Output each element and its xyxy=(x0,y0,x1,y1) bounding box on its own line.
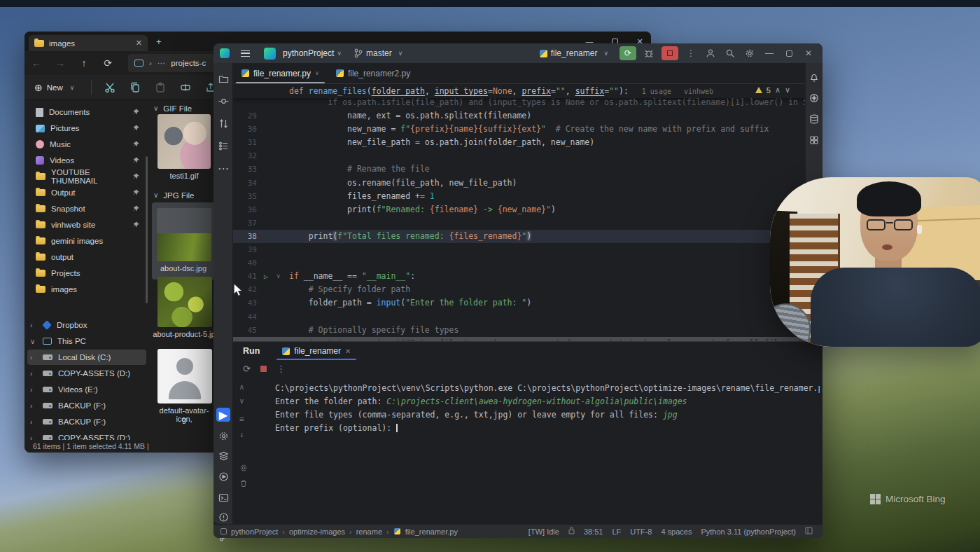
up-icon[interactable]: ↑ xyxy=(72,57,96,69)
status-widget[interactable]: UTF-8 xyxy=(630,527,652,536)
clear-console-icon[interactable] xyxy=(239,461,295,506)
chevron-icon[interactable]: › xyxy=(30,354,37,361)
search-icon[interactable] xyxy=(720,45,740,62)
sidebar-item-documents[interactable]: Documents xyxy=(27,104,146,120)
rename-icon[interactable] xyxy=(173,82,198,93)
console-line[interactable]: Enter prefix (optional): xyxy=(275,422,820,435)
tree-item-local-disk-c-[interactable]: ›Local Disk (C:) xyxy=(27,350,146,365)
commit-tool-icon[interactable] xyxy=(216,94,230,108)
sidebar-item-pictures[interactable]: Pictures xyxy=(27,120,146,136)
code-line-37[interactable]: 37 xyxy=(233,216,805,230)
status-crumb[interactable]: pythonProject xyxy=(231,527,278,536)
minimize-button[interactable]: — xyxy=(760,45,779,62)
prev-issue-icon[interactable]: ∧ xyxy=(775,85,780,95)
new-tab-button[interactable]: + xyxy=(156,36,162,47)
tree-item-videos-e-[interactable]: ›Videos (E:) xyxy=(27,382,146,397)
code-line-32[interactable]: 32 xyxy=(233,149,805,163)
tree-item-dropbox[interactable]: ›Dropbox xyxy=(27,317,146,333)
code-editor[interactable]: def rename_files(folder_path, input_type… xyxy=(233,84,805,341)
debug-icon[interactable] xyxy=(639,45,659,62)
file-thumbnail-people[interactable] xyxy=(158,114,211,169)
sidebar-item-snapshot[interactable]: Snapshot xyxy=(27,201,146,216)
tree-item-backup-f-[interactable]: ›BACKUP (F:) xyxy=(27,414,146,429)
run-panel-title[interactable]: Run xyxy=(243,346,260,356)
code-line-43[interactable]: 43 folder_path = input("Enter the folder… xyxy=(233,296,805,310)
fold-chevron-icon[interactable]: ∨ xyxy=(276,270,280,283)
run-config-widget[interactable]: file_renamer ∨ xyxy=(540,48,611,58)
status-widget[interactable]: 4 spaces xyxy=(661,527,692,536)
console-line[interactable]: C:\projects\pythonProject\venv\Scripts\p… xyxy=(275,382,820,395)
run-button[interactable]: ⟳ xyxy=(620,46,636,60)
python-console-icon[interactable] xyxy=(216,448,230,462)
problems-tool-icon[interactable] xyxy=(216,510,230,524)
tree-item-backup-f-[interactable]: ›BACKUP (F:) xyxy=(27,398,146,413)
down-stack-icon[interactable]: ∨ xyxy=(239,396,244,406)
tab-close-icon[interactable]: ✕ xyxy=(136,39,142,48)
settings-gear-icon[interactable] xyxy=(740,45,760,62)
run-gutter-icon[interactable]: ▷ xyxy=(264,270,268,283)
file-thumbnail-leaves-dark[interactable] xyxy=(157,208,211,261)
chevron-icon[interactable]: › xyxy=(30,322,37,329)
chevron-icon[interactable]: › xyxy=(30,370,37,378)
terminal-tool-icon[interactable] xyxy=(216,490,230,504)
up-stack-icon[interactable]: ∧ xyxy=(239,382,244,392)
pull-requests-tool-icon[interactable] xyxy=(216,116,230,130)
file-thumbnail-leaves-bright[interactable] xyxy=(158,277,212,327)
user-icon[interactable] xyxy=(701,45,720,62)
sidebar-item-youtube-thumbnail[interactable]: YOUTUBE THUMBNAIL xyxy=(27,169,146,184)
code-line-29[interactable]: 29 name, ext = os.path.splitext(filename… xyxy=(233,109,805,123)
git-branch-widget[interactable]: master ∨ xyxy=(354,48,405,58)
explorer-tab[interactable]: images ✕ xyxy=(29,35,148,51)
sidebar-item-output[interactable]: Output xyxy=(27,185,146,200)
services-tool-icon[interactable] xyxy=(216,469,230,483)
scroll-to-end-icon[interactable]: ↓ xyxy=(239,430,244,439)
tree-item-copy-assets-d-[interactable]: ›COPY-ASSETS (D:) xyxy=(27,366,146,381)
forward-icon[interactable]: → xyxy=(48,57,72,69)
sidebar-item-videos[interactable]: Videos xyxy=(27,153,146,168)
copy-icon[interactable] xyxy=(122,82,148,93)
code-line-41[interactable]: 41▷∨if __name__ == "__main__": xyxy=(233,270,805,283)
status-crumb[interactable]: optimize-images xyxy=(289,527,345,536)
inspection-widget[interactable]: 5 ∧ ∨ xyxy=(755,85,790,95)
status-widget[interactable]: 38:51 xyxy=(584,527,603,536)
code-line-38[interactable]: 38 print(f"Total files renamed: {files_r… xyxy=(233,230,805,243)
refresh-icon[interactable]: ⟳ xyxy=(96,57,120,69)
sidebar-item-music[interactable]: Music xyxy=(27,137,146,152)
database-tool-icon[interactable] xyxy=(807,112,821,126)
code-line-33[interactable]: 33 # Rename the file xyxy=(233,163,805,176)
notifications-bell-icon[interactable] xyxy=(807,70,821,84)
code-line-45[interactable]: 45 # Optionally specify file types xyxy=(233,324,805,337)
tree-item-this-pc[interactable]: ∨This PC xyxy=(27,333,146,349)
editor-tab-file_renamer.py[interactable]: file_renamer.py∨ xyxy=(233,63,328,83)
close-button[interactable]: ✕ xyxy=(799,45,818,62)
breadcrumb-ellipsis[interactable]: ⋯ xyxy=(158,58,166,68)
status-widget[interactable]: LF xyxy=(612,527,621,536)
stop-icon[interactable] xyxy=(260,366,267,372)
code-line-34[interactable]: 34 os.rename(file_path, new_file_path) xyxy=(233,177,805,190)
run-options-kebab-icon[interactable]: ⋮ xyxy=(276,364,286,374)
paste-icon[interactable] xyxy=(148,82,173,93)
code-line-35[interactable]: 35 files_renamed += 1 xyxy=(233,190,805,203)
chevron-icon[interactable]: ∨ xyxy=(30,338,37,345)
stop-button[interactable] xyxy=(662,46,678,60)
file-thumbnail-avatar[interactable] xyxy=(158,349,212,403)
status-crumb[interactable]: rename xyxy=(356,527,382,536)
group-header-jpg[interactable]: ∨JPG File xyxy=(153,191,194,200)
run-tool-icon[interactable]: ▶ xyxy=(216,408,230,422)
status-widget[interactable]: Python 3.11 (pythonProject) xyxy=(701,527,796,536)
chevron-icon[interactable]: › xyxy=(30,386,37,394)
run-tab[interactable]: file_renamer ✕ xyxy=(275,342,358,360)
group-header-gif[interactable]: ∨GIF File xyxy=(153,104,192,113)
chevron-icon[interactable]: › xyxy=(30,402,37,410)
sidebar-item-gemini-images[interactable]: gemini images xyxy=(27,233,146,249)
project-tool-icon[interactable] xyxy=(216,71,230,85)
code-line-30[interactable]: 30 new_name = f"{prefix}{name}{suffix}{e… xyxy=(233,123,805,136)
ai-assistant-icon[interactable] xyxy=(807,91,821,105)
sidebar-scrollbar[interactable] xyxy=(146,156,148,303)
structure-tool-icon[interactable] xyxy=(216,139,230,153)
console-line[interactable]: Enter the folder path: C:\projects-clien… xyxy=(275,395,820,408)
code-line-39[interactable]: 39 xyxy=(233,243,805,256)
console-line[interactable]: Enter file types (comma-separated, e.g.,… xyxy=(275,408,820,422)
python-packages-icon[interactable] xyxy=(216,429,230,443)
plugins-tool-icon[interactable] xyxy=(807,133,821,147)
